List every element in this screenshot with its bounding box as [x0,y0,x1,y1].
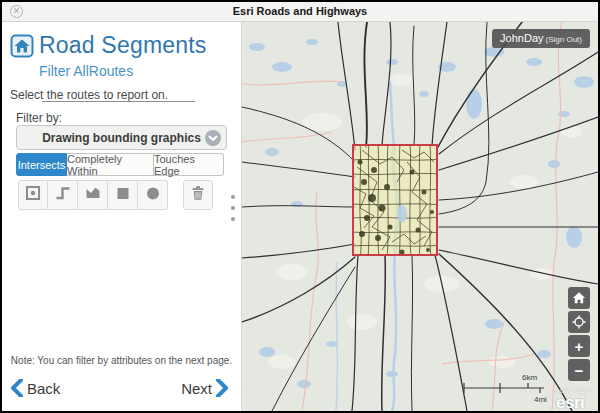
minus-icon: − [575,362,584,379]
scale-mi-label: 4mi [534,395,547,404]
chevron-right-icon [216,379,229,397]
back-label: Back [27,380,60,397]
segment-intersects[interactable]: Intersects [16,153,67,176]
polygon-icon [85,185,101,205]
plus-icon: + [575,338,584,355]
home-extent-button[interactable] [568,287,590,309]
basemap-graphics: 6km 4mi [242,22,598,411]
select-point-tool-button[interactable] [18,180,48,210]
esri-logo: esri [556,394,595,411]
locate-icon [572,315,586,329]
panel-header: Road Segments [10,32,207,59]
chevron-down-icon [205,130,221,146]
back-button[interactable]: Back [10,379,60,397]
instruction-text: Select the routes to report on. [10,88,168,102]
map-controls: + − [568,287,590,381]
filter-by-label: Filter by: [16,111,62,125]
username: JohnDay [500,32,543,44]
zoom-in-button[interactable]: + [568,335,590,357]
next-button[interactable]: Next [181,379,229,397]
chevron-left-icon [10,379,23,397]
spatial-filter-segmented-control: Intersects Completely Within Touches Edg… [16,153,224,176]
scale-km-label: 6km [522,373,537,382]
polygon-tool-button[interactable] [78,180,108,210]
delete-graphics-button[interactable] [183,180,213,210]
segment-completely-within[interactable]: Completely Within [67,153,154,176]
step-subtitle: Filter AllRoutes [39,63,133,79]
selection-fill [353,145,437,255]
user-signout-button[interactable]: JohnDay(Sign Out) [492,29,590,48]
sidebar-panel: Road Segments Filter AllRoutes Select th… [2,22,242,411]
locate-button[interactable] [568,311,590,333]
polyline-icon [55,185,71,205]
rectangle-tool-button[interactable] [108,180,138,210]
signout-label: (Sign Out) [546,35,582,44]
panel-resize-handle[interactable] [229,195,237,221]
draw-tools-toolbar [18,180,213,210]
circle-tool-button[interactable] [138,180,168,210]
trash-icon [190,185,206,205]
circle-icon [145,185,161,205]
window-title: Esri Roads and Highways [2,5,598,17]
app-window: ✕ Esri Roads and Highways Road Segments … [0,0,600,413]
page-title: Road Segments [39,32,207,59]
home-icon [10,34,34,58]
polyline-tool-button[interactable] [48,180,78,210]
home-icon [572,291,586,305]
divider [42,101,195,102]
rectangle-icon [115,185,131,205]
map-canvas[interactable]: 6km 4mi JohnDay(Sign Out) + − POWERE [242,22,598,411]
select-point-icon [25,185,41,205]
filter-method-dropdown[interactable]: Drawing bounding graphics [16,125,227,150]
note-text: Note: You can filter by attributes on th… [2,355,241,366]
next-label: Next [181,380,212,397]
title-bar: ✕ Esri Roads and Highways [2,2,598,22]
segment-touches-edge[interactable]: Touches Edge [154,153,224,176]
esri-attribution: POWERED BY esri [556,389,595,411]
dropdown-value: Drawing bounding graphics [42,131,201,145]
zoom-out-button[interactable]: − [568,359,590,381]
